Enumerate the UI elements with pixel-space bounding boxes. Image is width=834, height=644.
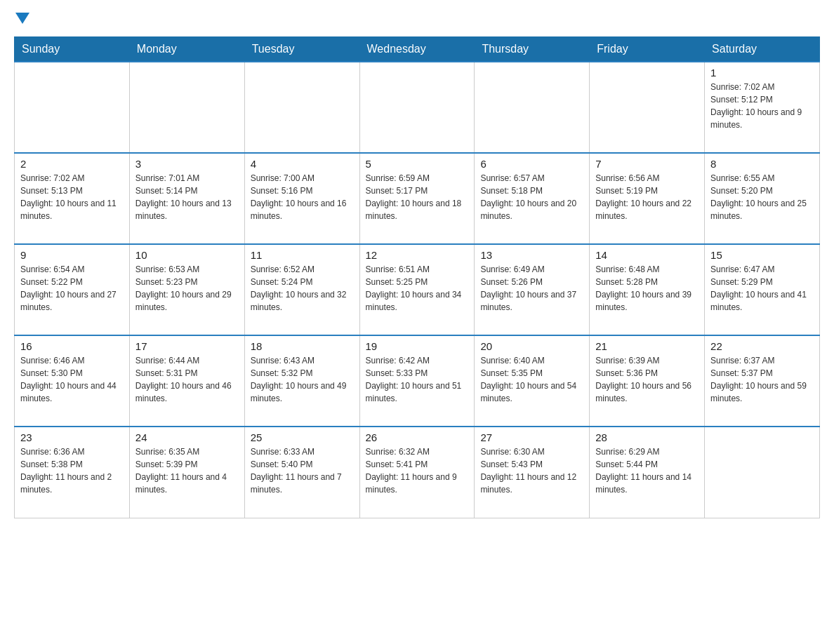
- day-number: 8: [710, 158, 814, 170]
- calendar-week-row: 9Sunrise: 6:54 AMSunset: 5:22 PMDaylight…: [15, 244, 820, 335]
- calendar-day-cell: 19Sunrise: 6:42 AMSunset: 5:33 PMDayligh…: [359, 335, 475, 427]
- day-number: 6: [480, 158, 583, 170]
- day-number: 16: [20, 340, 124, 352]
- day-number: 17: [135, 340, 239, 352]
- day-info: Sunrise: 6:47 AMSunset: 5:29 PMDaylight:…: [710, 263, 814, 314]
- calendar-week-row: 23Sunrise: 6:36 AMSunset: 5:38 PMDayligh…: [15, 427, 820, 518]
- day-number: 25: [251, 431, 354, 443]
- day-of-week-header: Friday: [590, 37, 705, 62]
- calendar-week-row: 1Sunrise: 7:02 AMSunset: 5:12 PMDaylight…: [15, 62, 820, 153]
- calendar-day-cell: 18Sunrise: 6:43 AMSunset: 5:32 PMDayligh…: [244, 335, 359, 427]
- calendar-day-cell: 25Sunrise: 6:33 AMSunset: 5:40 PMDayligh…: [244, 427, 359, 518]
- day-number: 14: [595, 249, 699, 261]
- day-info: Sunrise: 6:49 AMSunset: 5:26 PMDaylight:…: [480, 263, 583, 314]
- day-number: 10: [135, 249, 239, 261]
- calendar-day-cell: 20Sunrise: 6:40 AMSunset: 5:35 PMDayligh…: [475, 335, 590, 427]
- day-info: Sunrise: 6:55 AMSunset: 5:20 PMDaylight:…: [710, 172, 814, 222]
- day-of-week-header: Monday: [129, 37, 244, 62]
- day-info: Sunrise: 6:40 AMSunset: 5:35 PMDaylight:…: [480, 354, 583, 405]
- day-info: Sunrise: 7:01 AMSunset: 5:14 PMDaylight:…: [135, 172, 239, 222]
- day-info: Sunrise: 6:39 AMSunset: 5:36 PMDaylight:…: [595, 354, 699, 405]
- day-number: 24: [135, 431, 239, 443]
- day-number: 2: [20, 158, 124, 170]
- day-info: Sunrise: 6:42 AMSunset: 5:33 PMDaylight:…: [366, 354, 469, 405]
- day-number: 19: [366, 340, 469, 352]
- calendar-day-cell: 7Sunrise: 6:56 AMSunset: 5:19 PMDaylight…: [590, 153, 705, 244]
- calendar-day-cell: 3Sunrise: 7:01 AMSunset: 5:14 PMDaylight…: [129, 153, 244, 244]
- day-info: Sunrise: 6:33 AMSunset: 5:40 PMDaylight:…: [251, 445, 354, 496]
- day-number: 27: [480, 431, 583, 443]
- calendar-table: SundayMondayTuesdayWednesdayThursdayFrid…: [14, 36, 820, 518]
- day-info: Sunrise: 6:44 AMSunset: 5:31 PMDaylight:…: [135, 354, 239, 405]
- day-info: Sunrise: 6:48 AMSunset: 5:28 PMDaylight:…: [595, 263, 699, 314]
- day-info: Sunrise: 6:37 AMSunset: 5:37 PMDaylight:…: [710, 354, 814, 405]
- calendar-day-cell: [129, 62, 244, 153]
- calendar-day-cell: [359, 62, 475, 153]
- calendar-day-cell: 5Sunrise: 6:59 AMSunset: 5:17 PMDaylight…: [359, 153, 475, 244]
- day-number: 28: [595, 431, 699, 443]
- day-of-week-header: Thursday: [475, 37, 590, 62]
- calendar-day-cell: 6Sunrise: 6:57 AMSunset: 5:18 PMDaylight…: [475, 153, 590, 244]
- calendar-day-cell: 12Sunrise: 6:51 AMSunset: 5:25 PMDayligh…: [359, 244, 475, 335]
- calendar-day-cell: 13Sunrise: 6:49 AMSunset: 5:26 PMDayligh…: [475, 244, 590, 335]
- day-number: 12: [366, 249, 469, 261]
- day-number: 22: [710, 340, 814, 352]
- calendar-day-cell: 9Sunrise: 6:54 AMSunset: 5:22 PMDaylight…: [15, 244, 130, 335]
- day-info: Sunrise: 6:36 AMSunset: 5:38 PMDaylight:…: [20, 445, 124, 496]
- day-info: Sunrise: 6:46 AMSunset: 5:30 PMDaylight:…: [20, 354, 124, 405]
- day-info: Sunrise: 6:32 AMSunset: 5:41 PMDaylight:…: [366, 445, 469, 496]
- logo: [14, 14, 34, 25]
- calendar-day-cell: 10Sunrise: 6:53 AMSunset: 5:23 PMDayligh…: [129, 244, 244, 335]
- calendar-header-row: SundayMondayTuesdayWednesdayThursdayFrid…: [15, 37, 820, 62]
- calendar-day-cell: 15Sunrise: 6:47 AMSunset: 5:29 PMDayligh…: [705, 244, 820, 335]
- calendar-week-row: 16Sunrise: 6:46 AMSunset: 5:30 PMDayligh…: [15, 335, 820, 427]
- calendar-day-cell: 24Sunrise: 6:35 AMSunset: 5:39 PMDayligh…: [129, 427, 244, 518]
- calendar-day-cell: [705, 427, 820, 518]
- day-info: Sunrise: 6:59 AMSunset: 5:17 PMDaylight:…: [366, 172, 469, 222]
- day-number: 4: [251, 158, 354, 170]
- day-info: Sunrise: 6:30 AMSunset: 5:43 PMDaylight:…: [480, 445, 583, 496]
- calendar-day-cell: 14Sunrise: 6:48 AMSunset: 5:28 PMDayligh…: [590, 244, 705, 335]
- day-number: 7: [595, 158, 699, 170]
- day-number: 5: [366, 158, 469, 170]
- day-info: Sunrise: 6:51 AMSunset: 5:25 PMDaylight:…: [366, 263, 469, 314]
- day-number: 1: [710, 67, 814, 79]
- calendar-day-cell: [244, 62, 359, 153]
- day-info: Sunrise: 6:54 AMSunset: 5:22 PMDaylight:…: [20, 263, 124, 314]
- day-info: Sunrise: 6:35 AMSunset: 5:39 PMDaylight:…: [135, 445, 239, 496]
- day-of-week-header: Tuesday: [244, 37, 359, 62]
- day-of-week-header: Wednesday: [359, 37, 475, 62]
- page-header: [14, 14, 820, 25]
- calendar-day-cell: [475, 62, 590, 153]
- day-number: 15: [710, 249, 814, 261]
- calendar-week-row: 2Sunrise: 7:02 AMSunset: 5:13 PMDaylight…: [15, 153, 820, 244]
- day-number: 13: [480, 249, 583, 261]
- day-of-week-header: Saturday: [705, 37, 820, 62]
- calendar-day-cell: 8Sunrise: 6:55 AMSunset: 5:20 PMDaylight…: [705, 153, 820, 244]
- day-info: Sunrise: 6:57 AMSunset: 5:18 PMDaylight:…: [480, 172, 583, 222]
- calendar-day-cell: 28Sunrise: 6:29 AMSunset: 5:44 PMDayligh…: [590, 427, 705, 518]
- day-number: 11: [251, 249, 354, 261]
- day-number: 26: [366, 431, 469, 443]
- calendar-day-cell: 23Sunrise: 6:36 AMSunset: 5:38 PMDayligh…: [15, 427, 130, 518]
- calendar-day-cell: 16Sunrise: 6:46 AMSunset: 5:30 PMDayligh…: [15, 335, 130, 427]
- day-info: Sunrise: 7:02 AMSunset: 5:13 PMDaylight:…: [20, 172, 124, 222]
- calendar-day-cell: 1Sunrise: 7:02 AMSunset: 5:12 PMDaylight…: [705, 62, 820, 153]
- calendar-day-cell: 17Sunrise: 6:44 AMSunset: 5:31 PMDayligh…: [129, 335, 244, 427]
- day-info: Sunrise: 7:00 AMSunset: 5:16 PMDaylight:…: [251, 172, 354, 222]
- logo-triangle-icon: [15, 13, 29, 24]
- day-number: 20: [480, 340, 583, 352]
- day-info: Sunrise: 6:53 AMSunset: 5:23 PMDaylight:…: [135, 263, 239, 314]
- calendar-day-cell: 4Sunrise: 7:00 AMSunset: 5:16 PMDaylight…: [244, 153, 359, 244]
- day-number: 9: [20, 249, 124, 261]
- day-number: 18: [251, 340, 354, 352]
- calendar-day-cell: 26Sunrise: 6:32 AMSunset: 5:41 PMDayligh…: [359, 427, 475, 518]
- calendar-day-cell: 22Sunrise: 6:37 AMSunset: 5:37 PMDayligh…: [705, 335, 820, 427]
- calendar-day-cell: [15, 62, 130, 153]
- day-info: Sunrise: 7:02 AMSunset: 5:12 PMDaylight:…: [710, 81, 814, 131]
- day-info: Sunrise: 6:56 AMSunset: 5:19 PMDaylight:…: [595, 172, 699, 222]
- day-info: Sunrise: 6:52 AMSunset: 5:24 PMDaylight:…: [251, 263, 354, 314]
- calendar-day-cell: 21Sunrise: 6:39 AMSunset: 5:36 PMDayligh…: [590, 335, 705, 427]
- day-info: Sunrise: 6:43 AMSunset: 5:32 PMDaylight:…: [251, 354, 354, 405]
- calendar-day-cell: 27Sunrise: 6:30 AMSunset: 5:43 PMDayligh…: [475, 427, 590, 518]
